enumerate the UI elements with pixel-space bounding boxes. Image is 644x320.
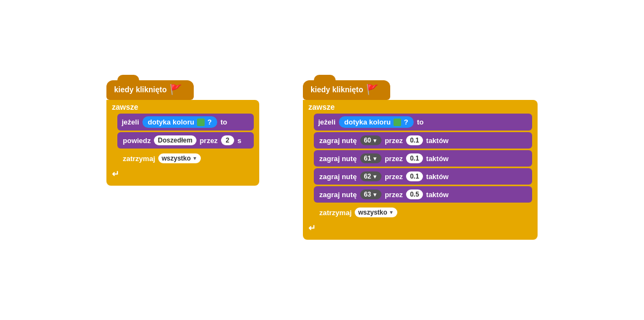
note-value-0[interactable]: 60 ▼ — [360, 135, 381, 145]
flag-icon-right: 🚩 — [366, 84, 378, 96]
przez-0: przez — [385, 137, 403, 145]
bottom-row-right: ↵ — [303, 221, 538, 234]
hat-label-right: kiedy kliknięto — [311, 85, 363, 94]
note-block-1: zagraj nutę 61 ▼ przez 0.1 taktów — [314, 150, 532, 167]
val-3[interactable]: 0.5 — [406, 189, 423, 199]
przez-label-left: przez — [200, 137, 218, 145]
dropdown-arrow-right: ▼ — [389, 210, 394, 215]
condition-text-left: dotyka koloru — [148, 118, 194, 126]
if-block-right: jeżeli dotyka koloru ? to — [314, 114, 532, 131]
hat-label-left: kiedy kliknięto — [114, 85, 166, 94]
taktow-1: taktów — [426, 155, 449, 163]
stop-dropdown-left[interactable]: wszystko ▼ — [158, 153, 200, 163]
zawsze-inner-right: jeżeli dotyka koloru ? to zagraj nutę 60… — [314, 114, 538, 221]
val-2[interactable]: 0.1 — [406, 171, 423, 181]
note-value-2[interactable]: 62 ▼ — [360, 171, 381, 181]
przez-2: przez — [385, 173, 403, 181]
if-label-left: jeżeli — [122, 118, 139, 126]
left-program: kiedy kliknięto 🚩 zawsze jeżeli dotyka k… — [106, 80, 259, 186]
bottom-row-left: ↵ — [106, 167, 259, 180]
note-block-2: zagraj nutę 62 ▼ przez 0.1 taktów — [314, 168, 532, 185]
to-label-left: to — [220, 118, 227, 126]
stop-block-right: zatrzymaj wszystko ▼ — [314, 204, 532, 221]
taktow-0: taktów — [426, 137, 449, 145]
note-label-3: zagraj nutę — [319, 191, 357, 199]
right-program: kiedy kliknięto 🚩 zawsze jeżeli dotyka k… — [303, 80, 538, 240]
przez-1: przez — [385, 155, 403, 163]
question-left: ? — [207, 118, 212, 126]
stop-dropdown-right[interactable]: wszystko ▼ — [355, 208, 397, 217]
stop-value-right: wszystko — [358, 209, 387, 216]
stop-value-left: wszystko — [162, 155, 190, 162]
arrow-right: ↵ — [308, 223, 315, 233]
to-label-right: to — [417, 118, 424, 126]
question-right: ? — [404, 118, 408, 126]
val-1[interactable]: 0.1 — [406, 153, 423, 163]
stop-label-right: zatrzymaj — [319, 209, 351, 217]
color-square-right — [393, 118, 401, 126]
note-block-0: zagraj nutę 60 ▼ przez 0.1 taktów — [314, 132, 532, 149]
say-num-left[interactable]: 2 — [221, 135, 234, 145]
stop-label-left: zatrzymaj — [123, 155, 155, 163]
flag-icon-left: 🚩 — [170, 84, 182, 96]
note-label-0: zagraj nutę — [319, 137, 357, 145]
note-block-3: zagraj nutę 63 ▼ przez 0.5 taktów — [314, 186, 532, 203]
arrow-left: ↵ — [112, 169, 119, 179]
zawsze-block-left: zawsze jeżeli dotyka koloru ? to powiedz… — [106, 100, 259, 186]
hat-block-right: kiedy kliknięto 🚩 — [303, 80, 390, 100]
note-label-2: zagraj nutę — [319, 173, 357, 181]
s-label-left: s — [237, 137, 241, 145]
note-value-3[interactable]: 63 ▼ — [360, 189, 381, 199]
taktow-2: taktów — [426, 173, 449, 181]
note-value-1[interactable]: 61 ▼ — [360, 153, 381, 163]
note-label-1: zagraj nutę — [319, 155, 357, 163]
if-label-right: jeżeli — [318, 118, 336, 126]
if-block-left: jeżeli dotyka koloru ? to — [117, 114, 254, 131]
zawsze-block-right: zawsze jeżeli dotyka koloru ? to zagraj … — [303, 100, 538, 240]
przez-3: przez — [385, 191, 403, 199]
condition-text-right: dotyka koloru — [344, 118, 391, 126]
taktow-3: taktów — [426, 191, 449, 199]
zawsze-inner-left: jeżeli dotyka koloru ? to powiedz Doszed… — [117, 114, 259, 167]
condition-right: dotyka koloru ? — [339, 116, 414, 128]
dropdown-arrow-left: ▼ — [193, 156, 198, 161]
hat-block-left: kiedy kliknięto 🚩 — [106, 80, 194, 100]
zawsze-label-right: zawsze — [303, 100, 538, 114]
zawsze-label-left: zawsze — [106, 100, 259, 114]
say-block-left: powiedz Doszedłem przez 2 s — [117, 132, 254, 149]
condition-left: dotyka koloru ? — [142, 116, 217, 128]
stop-block-left: zatrzymaj wszystko ▼ — [117, 150, 254, 167]
say-label-left: powiedz — [123, 137, 151, 145]
say-value-left[interactable]: Doszedłem — [154, 135, 196, 145]
val-0[interactable]: 0.1 — [406, 135, 423, 145]
color-square-left — [197, 118, 205, 126]
